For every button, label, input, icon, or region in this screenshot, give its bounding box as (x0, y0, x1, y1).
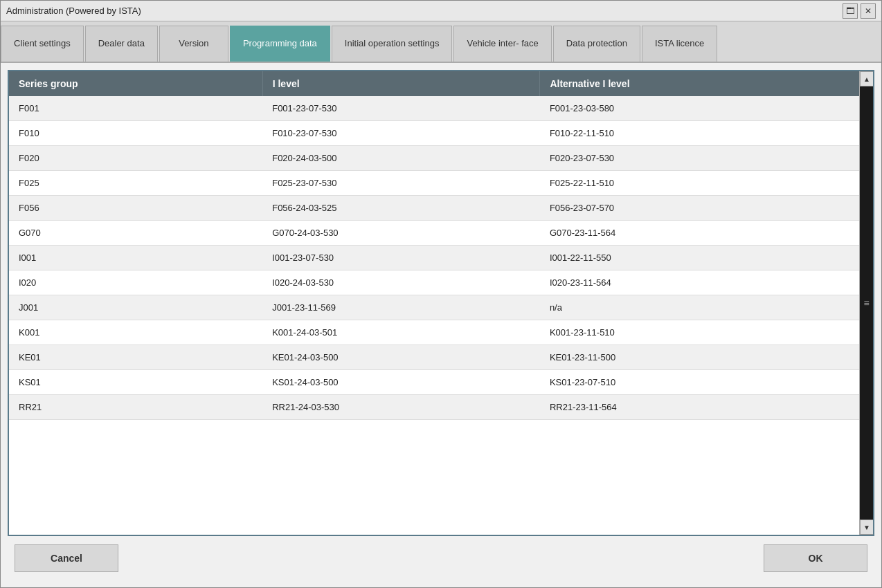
cell-i-level: RR21-24-03-530 (262, 395, 540, 420)
main-window: Administration (Powered by ISTA) 🗔 ✕ Cli… (0, 0, 882, 588)
table-row: KS01KS01-24-03-500KS01-23-07-510 (9, 370, 859, 395)
table-row: K001K001-24-03-501K001-23-11-510 (9, 320, 859, 345)
cell-series-group: J001 (9, 295, 262, 320)
cell-alt-i-level: KE01-23-11-500 (540, 345, 859, 370)
scroll-grip-icon: ≡ (863, 297, 869, 309)
col-i-level: I level (262, 71, 540, 96)
scrollbar: ▲ ≡ ▼ (859, 71, 873, 535)
scroll-down-button[interactable]: ▼ (860, 520, 873, 535)
tab-dealer-data[interactable]: Dealer data (85, 26, 158, 62)
cell-alt-i-level: F020-23-07-530 (540, 146, 859, 171)
cell-series-group: I020 (9, 270, 262, 295)
cell-series-group: KE01 (9, 345, 262, 370)
cell-i-level: KS01-24-03-500 (262, 370, 540, 395)
minimize-icon: 🗔 (846, 6, 854, 16)
tab-client-settings[interactable]: Client settings (1, 26, 84, 62)
table-row: G070G070-24-03-530G070-23-11-564 (9, 221, 859, 246)
table-row: RR21RR21-24-03-530RR21-23-11-564 (9, 395, 859, 420)
title-bar: Administration (Powered by ISTA) 🗔 ✕ (1, 1, 881, 21)
data-table: Series group I level Alternative I level… (9, 71, 859, 420)
cell-i-level: F010-23-07-530 (262, 121, 540, 146)
cell-i-level: F025-23-07-530 (262, 171, 540, 196)
title-bar-buttons: 🗔 ✕ (843, 3, 876, 19)
cell-series-group: RR21 (9, 395, 262, 420)
cell-alt-i-level: RR21-23-11-564 (540, 395, 859, 420)
cell-i-level: I001-23-07-530 (262, 246, 540, 270)
col-alt-i-level: Alternative I level (540, 71, 859, 96)
content-area: Series group I level Alternative I level… (1, 63, 881, 587)
scroll-down-icon: ▼ (863, 524, 870, 531)
table-row: I020I020-24-03-530I020-23-11-564 (9, 270, 859, 295)
table-container: Series group I level Alternative I level… (8, 70, 874, 536)
tab-initial-operation[interactable]: Initial operation settings (332, 26, 453, 62)
tab-vehicle-interface[interactable]: Vehicle inter- face (453, 26, 551, 62)
cell-alt-i-level: K001-23-11-510 (540, 320, 859, 345)
cell-alt-i-level: F025-22-11-510 (540, 171, 859, 196)
cell-alt-i-level: I001-22-11-550 (540, 246, 859, 270)
cell-series-group: F025 (9, 171, 262, 196)
cell-i-level: KE01-24-03-500 (262, 345, 540, 370)
table-scroll-wrapper: Series group I level Alternative I level… (9, 71, 873, 535)
table-row: J001J001-23-11-569n/a (9, 295, 859, 320)
cell-series-group: F010 (9, 121, 262, 146)
window-title: Administration (Powered by ISTA) (6, 6, 141, 16)
cell-series-group: K001 (9, 320, 262, 345)
close-icon: ✕ (865, 6, 872, 16)
bottom-bar: Cancel OK (8, 536, 874, 580)
cell-alt-i-level: F056-23-07-570 (540, 196, 859, 221)
cell-alt-i-level: F001-23-03-580 (540, 96, 859, 121)
cell-i-level: F056-24-03-525 (262, 196, 540, 221)
scroll-track[interactable]: ≡ (860, 86, 873, 520)
table-row: F056F056-24-03-525F056-23-07-570 (9, 196, 859, 221)
cell-series-group: I001 (9, 246, 262, 270)
tab-data-protection[interactable]: Data protection (553, 26, 640, 62)
close-button[interactable]: ✕ (861, 3, 876, 19)
cell-i-level: F020-24-03-500 (262, 146, 540, 171)
table-row: F020F020-24-03-500F020-23-07-530 (9, 146, 859, 171)
cell-alt-i-level: F010-22-11-510 (540, 121, 859, 146)
cell-series-group: G070 (9, 221, 262, 246)
table-inner: Series group I level Alternative I level… (9, 71, 859, 535)
cell-i-level: F001-23-07-530 (262, 96, 540, 121)
table-row: KE01KE01-24-03-500KE01-23-11-500 (9, 345, 859, 370)
cell-series-group: KS01 (9, 370, 262, 395)
table-row: F010F010-23-07-530F010-22-11-510 (9, 121, 859, 146)
col-series-group: Series group (9, 71, 262, 96)
cell-alt-i-level: n/a (540, 295, 859, 320)
table-header-row: Series group I level Alternative I level (9, 71, 859, 96)
tab-bar: Client settings Dealer data Version Prog… (1, 21, 881, 63)
scroll-up-icon: ▲ (863, 75, 870, 83)
cell-series-group: F020 (9, 146, 262, 171)
scroll-up-button[interactable]: ▲ (860, 71, 873, 86)
table-row: F001F001-23-07-530F001-23-03-580 (9, 96, 859, 121)
cell-series-group: F056 (9, 196, 262, 221)
cell-i-level: K001-24-03-501 (262, 320, 540, 345)
minimize-button[interactable]: 🗔 (843, 3, 858, 19)
table-row: I001I001-23-07-530I001-22-11-550 (9, 246, 859, 270)
cell-i-level: I020-24-03-530 (262, 270, 540, 295)
tab-programming-data[interactable]: Programming data (230, 26, 330, 62)
table-row: F025F025-23-07-530F025-22-11-510 (9, 171, 859, 196)
tab-ista-licence[interactable]: ISTA licence (642, 26, 717, 62)
cell-i-level: J001-23-11-569 (262, 295, 540, 320)
tab-version[interactable]: Version (159, 26, 228, 62)
cell-alt-i-level: G070-23-11-564 (540, 221, 859, 246)
cell-alt-i-level: KS01-23-07-510 (540, 370, 859, 395)
cell-i-level: G070-24-03-530 (262, 221, 540, 246)
cell-series-group: F001 (9, 96, 262, 121)
cell-alt-i-level: I020-23-11-564 (540, 270, 859, 295)
ok-button[interactable]: OK (764, 544, 867, 572)
cancel-button[interactable]: Cancel (15, 544, 118, 572)
